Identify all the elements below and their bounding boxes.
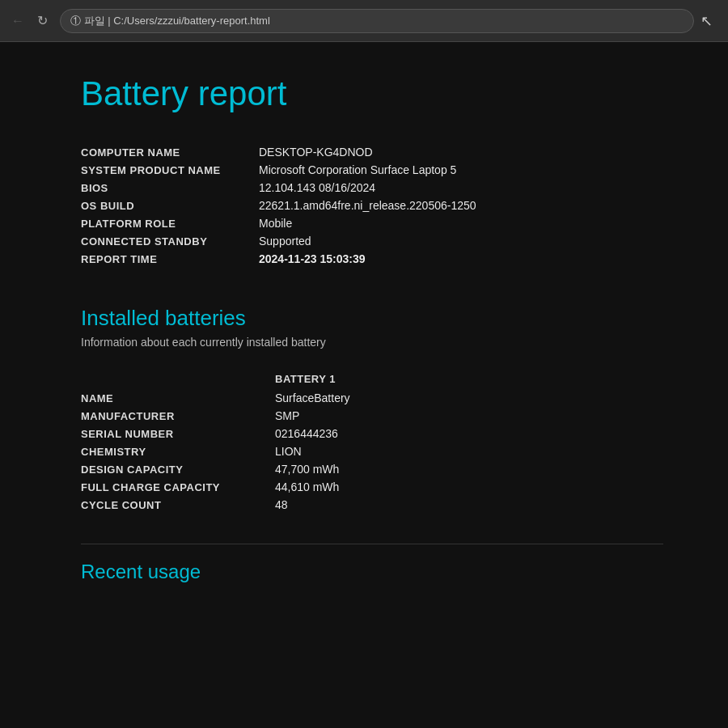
battery-row-manufacturer: MANUFACTURER SMP [81,409,663,422]
label-system-product-name: SYSTEM PRODUCT NAME [81,164,259,176]
label-cycle-count: CYCLE COUNT [81,499,275,511]
recent-usage-section: Recent usage [81,544,663,583]
info-row-report-time: REPORT TIME 2024-11-23 15:03:39 [81,252,663,265]
info-row-platform-role: PLATFORM ROLE Mobile [81,217,663,230]
browser-chrome: ← ↻ ① 파일 | C:/Users/zzzui/battery-report… [0,0,728,42]
system-info-table: COMPUTER NAME DESKTOP-KG4DNOD SYSTEM PRO… [81,146,663,265]
page-title: Battery report [81,74,663,113]
label-chemistry: CHEMISTRY [81,446,275,458]
cursor-area: ↖ [694,12,718,30]
label-full-charge-capacity: FULL CHARGE CAPACITY [81,481,275,493]
value-connected-standby: Supported [259,235,311,248]
address-bar[interactable]: ① 파일 | C:/Users/zzzui/battery-report.htm… [60,9,694,33]
label-name: NAME [81,392,275,404]
info-row-connected-standby: CONNECTED STANDBY Supported [81,235,663,248]
value-os-build: 22621.1.amd64fre.ni_release.220506-1250 [259,199,476,212]
value-report-time: 2024-11-23 15:03:39 [259,252,366,265]
battery-row-full-charge-capacity: FULL CHARGE CAPACITY 44,610 mWh [81,480,663,493]
info-row-os-build: OS BUILD 22621.1.amd64fre.ni_release.220… [81,199,663,212]
value-name: SurfaceBattery [275,392,350,404]
label-os-build: OS BUILD [81,200,259,212]
value-serial-number: 0216444236 [275,427,338,440]
label-platform-role: PLATFORM ROLE [81,218,259,230]
value-full-charge-capacity: 44,610 mWh [275,480,339,493]
battery-row-design-capacity: DESIGN CAPACITY 47,700 mWh [81,463,663,476]
value-bios: 12.104.143 08/16/2024 [259,181,375,194]
battery-row-name: NAME SurfaceBattery [81,392,663,404]
label-report-time: REPORT TIME [81,253,259,265]
label-bios: BIOS [81,182,259,194]
value-platform-role: Mobile [259,217,292,230]
info-row-bios: BIOS 12.104.143 08/16/2024 [81,181,663,194]
label-manufacturer: MANUFACTURER [81,410,275,422]
label-serial-number: SERIAL NUMBER [81,428,275,440]
value-system-product-name: Microsoft Corporation Surface Laptop 5 [259,163,456,176]
value-design-capacity: 47,700 mWh [275,463,339,476]
installed-batteries-desc: Information about each currently install… [81,336,663,349]
label-design-capacity: DESIGN CAPACITY [81,463,275,476]
url-text: ① 파일 | C:/Users/zzzui/battery-report.htm… [70,14,270,28]
battery-column-header: BATTERY 1 [275,373,336,385]
info-row-system-product-name: SYSTEM PRODUCT NAME Microsoft Corporatio… [81,163,663,176]
value-cycle-count: 48 [275,498,288,511]
nav-buttons: ← ↻ [10,13,50,29]
value-computer-name: DESKTOP-KG4DNOD [259,146,373,159]
installed-batteries-title: Installed batteries [81,306,663,331]
battery-row-cycle-count: CYCLE COUNT 48 [81,498,663,511]
battery-table: BATTERY 1 NAME SurfaceBattery MANUFACTUR… [81,373,663,511]
info-row-computer-name: COMPUTER NAME DESKTOP-KG4DNOD [81,146,663,159]
battery-header-row: BATTERY 1 [81,373,663,385]
label-computer-name: COMPUTER NAME [81,146,259,159]
installed-batteries-section: Installed batteries Information about ea… [81,306,663,511]
page-content: Battery report COMPUTER NAME DESKTOP-KG4… [0,42,728,728]
battery-row-chemistry: CHEMISTRY LION [81,445,663,458]
back-button[interactable]: ← [10,13,26,29]
battery-row-serial-number: SERIAL NUMBER 0216444236 [81,427,663,440]
refresh-button[interactable]: ↻ [34,13,50,29]
value-chemistry: LION [275,445,302,458]
label-connected-standby: CONNECTED STANDBY [81,235,259,248]
value-manufacturer: SMP [275,409,299,422]
